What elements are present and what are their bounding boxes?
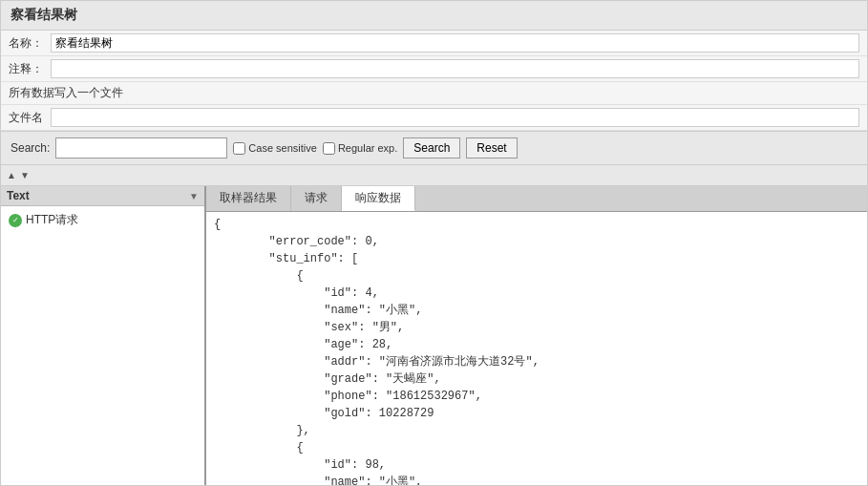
comment-label: 注释： bbox=[9, 61, 47, 77]
form-section: 名称： 注释： 所有数据写入一个文件 文件名 bbox=[1, 31, 867, 132]
tab-sampler-results[interactable]: 取样器结果 bbox=[206, 186, 291, 211]
title-bar: 察看结果树 bbox=[1, 1, 867, 31]
note-row: 所有数据写入一个文件 bbox=[1, 82, 867, 105]
name-label: 名称： bbox=[9, 35, 47, 52]
check-icon: ✓ bbox=[9, 214, 22, 227]
case-sensitive-checkbox[interactable] bbox=[233, 142, 245, 155]
comment-input[interactable] bbox=[51, 59, 859, 78]
tree-item[interactable]: ✓ HTTP请求 bbox=[5, 210, 201, 230]
right-panel: 取样器结果 请求 响应数据 { "error_code": 0, "stu_in… bbox=[206, 186, 867, 485]
note-text: 所有数据写入一个文件 bbox=[9, 86, 123, 99]
reset-button[interactable]: Reset bbox=[466, 137, 517, 158]
regex-group[interactable]: Regular exp. bbox=[323, 142, 397, 155]
search-bar: Search: Case sensitive Regular exp. Sear… bbox=[1, 132, 867, 165]
filename-label: 文件名 bbox=[9, 110, 47, 126]
tree-header: Text ▼ bbox=[1, 186, 204, 206]
tree-content: ✓ HTTP请求 bbox=[1, 206, 204, 485]
tab-response-data[interactable]: 响应数据 bbox=[342, 186, 415, 211]
regex-checkbox[interactable] bbox=[323, 142, 335, 155]
nav-row: ▲ ▼ bbox=[1, 165, 867, 186]
case-sensitive-group[interactable]: Case sensitive bbox=[233, 142, 317, 155]
name-row: 名称： bbox=[1, 31, 867, 56]
case-sensitive-label: Case sensitive bbox=[248, 142, 317, 154]
json-content: { "error_code": 0, "stu_info": [ { "id":… bbox=[206, 212, 867, 485]
page-title: 察看结果树 bbox=[11, 7, 857, 24]
filename-row: 文件名 bbox=[1, 105, 867, 131]
regex-label: Regular exp. bbox=[338, 142, 397, 154]
content-area: Text ▼ ✓ HTTP请求 取样器结果 请求 响应数据 { "error_c… bbox=[1, 186, 867, 485]
tree-header-text: Text bbox=[7, 189, 30, 202]
name-input[interactable] bbox=[51, 33, 859, 53]
comment-row: 注释： bbox=[1, 56, 867, 82]
tabs-bar: 取样器结果 请求 响应数据 bbox=[206, 186, 867, 212]
filename-input[interactable] bbox=[51, 108, 859, 127]
tree-panel: Text ▼ ✓ HTTP请求 bbox=[1, 186, 206, 485]
search-input[interactable] bbox=[55, 137, 227, 158]
tree-item-label: HTTP请求 bbox=[26, 212, 78, 228]
tree-expand-icon[interactable]: ▼ bbox=[189, 191, 199, 201]
search-button[interactable]: Search bbox=[403, 137, 460, 158]
nav-up-arrow[interactable]: ▲ bbox=[7, 170, 16, 180]
main-container: 察看结果树 名称： 注释： 所有数据写入一个文件 文件名 Search: Cas… bbox=[0, 0, 868, 486]
nav-down-arrow[interactable]: ▼ bbox=[20, 170, 30, 180]
search-label: Search: bbox=[11, 141, 50, 155]
tab-request[interactable]: 请求 bbox=[291, 186, 342, 211]
